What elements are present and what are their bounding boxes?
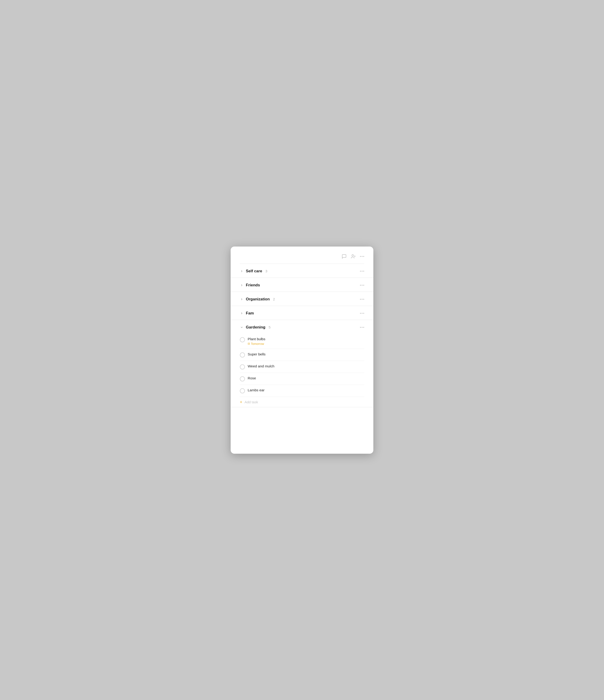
dot	[360, 313, 361, 314]
chevron-right-icon	[240, 270, 244, 273]
section-title-gardening: Gardening	[246, 325, 266, 330]
section-left-organization: Organization2	[240, 297, 275, 302]
task-checkbox[interactable]	[240, 376, 245, 381]
dot	[361, 313, 362, 314]
task-content: Super bells	[248, 352, 364, 356]
section-title-organization: Organization	[246, 297, 270, 302]
task-date: ⊟Tomorrow	[248, 342, 364, 346]
dot	[363, 285, 364, 286]
task-name: Rose	[248, 376, 364, 380]
task-item: Weed and mulch	[240, 361, 364, 373]
dot	[361, 299, 362, 300]
task-date-text: Tomorrow	[251, 342, 264, 346]
task-item: Super bells	[240, 349, 364, 361]
section-left-self-care: Self care3	[240, 269, 267, 273]
section-organization: Organization2	[231, 292, 373, 306]
section-count-organization: 2	[273, 297, 275, 301]
dot	[360, 285, 361, 286]
header	[231, 254, 373, 264]
task-checkbox[interactable]	[240, 337, 245, 342]
section-header-fam[interactable]: Fam	[240, 306, 364, 320]
task-content: Lambs ear	[248, 388, 364, 392]
dot	[363, 271, 364, 272]
task-list-gardening: Plant bulbs⊟TomorrowSuper bellsWeed and …	[240, 334, 364, 407]
add-task-label: Add task	[245, 400, 258, 404]
section-more-organization[interactable]	[360, 299, 364, 300]
task-name: Plant bulbs	[248, 337, 364, 341]
header-icons	[342, 254, 364, 259]
task-item: Plant bulbs⊟Tomorrow	[240, 334, 364, 349]
task-item: Lambs ear	[240, 385, 364, 397]
section-title-self-care: Self care	[246, 269, 262, 273]
section-gardening: Gardening5Plant bulbs⊟TomorrowSuper bell…	[231, 320, 373, 407]
chevron-down-icon	[240, 326, 244, 329]
task-content: Plant bulbs⊟Tomorrow	[248, 337, 364, 346]
ellipsis-icon[interactable]	[360, 256, 364, 257]
plus-icon: +	[240, 400, 243, 404]
section-header-gardening[interactable]: Gardening5	[240, 320, 364, 334]
task-name: Lambs ear	[248, 388, 364, 392]
section-self-care: Self care3	[231, 264, 373, 278]
section-count-gardening: 5	[269, 325, 271, 329]
section-more-self-care[interactable]	[360, 271, 364, 272]
section-left-friends: Friends	[240, 283, 260, 288]
chevron-right-icon	[240, 283, 244, 287]
dot	[361, 271, 362, 272]
task-content: Weed and mulch	[248, 364, 364, 368]
task-name: Weed and mulch	[248, 364, 364, 368]
section-more-fam[interactable]	[360, 313, 364, 314]
comment-icon[interactable]	[342, 254, 347, 259]
task-checkbox[interactable]	[240, 388, 245, 393]
task-item: Rose	[240, 373, 364, 385]
dot	[360, 327, 361, 328]
task-checkbox[interactable]	[240, 365, 245, 370]
app-window: Self care3FriendsOrganization2FamGardeni…	[231, 247, 373, 454]
section-more-gardening[interactable]	[360, 327, 364, 328]
add-task-button[interactable]: +Add task	[240, 397, 364, 404]
section-left-gardening: Gardening5	[240, 325, 271, 330]
task-checkbox[interactable]	[240, 352, 245, 357]
section-left-fam: Fam	[240, 311, 254, 316]
sections-container: Self care3FriendsOrganization2FamGardeni…	[231, 264, 373, 407]
dot	[360, 271, 361, 272]
section-header-organization[interactable]: Organization2	[240, 292, 364, 306]
calendar-icon: ⊟	[248, 342, 250, 345]
dot	[361, 285, 362, 286]
section-more-friends[interactable]	[360, 285, 364, 286]
section-title-fam: Fam	[246, 311, 254, 316]
dot	[360, 299, 361, 300]
section-friends: Friends	[231, 278, 373, 292]
dot	[361, 327, 362, 328]
section-count-self-care: 3	[266, 269, 267, 273]
chevron-right-icon	[240, 312, 244, 315]
section-header-friends[interactable]: Friends	[240, 278, 364, 292]
section-header-self-care[interactable]: Self care3	[240, 264, 364, 278]
svg-point-0	[352, 254, 354, 256]
dot	[363, 299, 364, 300]
add-person-icon[interactable]	[351, 254, 356, 259]
chevron-right-icon	[240, 298, 244, 301]
dot	[363, 327, 364, 328]
section-fam: Fam	[231, 306, 373, 320]
task-name: Super bells	[248, 352, 364, 356]
dot	[363, 313, 364, 314]
task-content: Rose	[248, 376, 364, 380]
section-title-friends: Friends	[246, 283, 260, 288]
